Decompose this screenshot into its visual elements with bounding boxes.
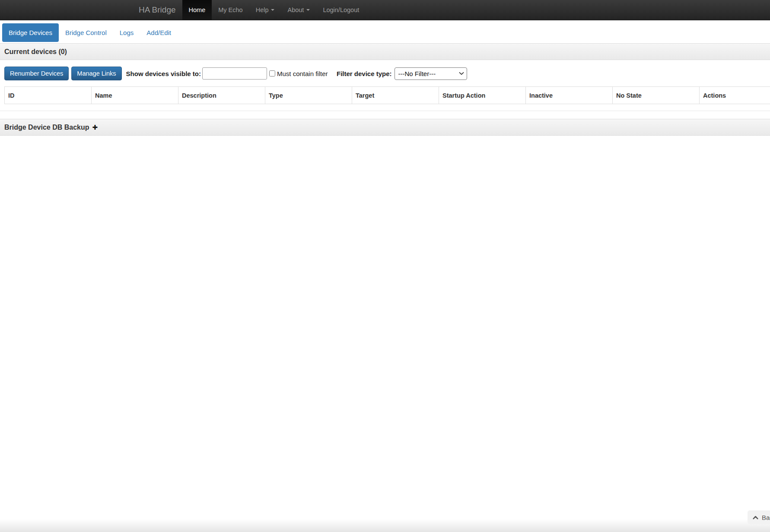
- column-header-no-state: No State: [613, 87, 700, 104]
- section-divider: [0, 111, 770, 111]
- nav-label-help: Help: [256, 6, 269, 13]
- renumber-devices-button[interactable]: Renumber Devices: [4, 67, 69, 80]
- back-to-top-button[interactable]: Bac: [748, 510, 770, 524]
- tab-logs[interactable]: Logs: [113, 23, 140, 42]
- device-type-select[interactable]: ---No Filter---: [395, 67, 467, 80]
- bottom-page-shadow: [0, 519, 770, 532]
- nav-link-home[interactable]: Home: [182, 0, 212, 20]
- type-filter-group: Filter device type: ---No Filter---: [335, 67, 467, 80]
- brand[interactable]: HA Bridge: [132, 0, 182, 20]
- nav-link-my-echo[interactable]: My Echo: [212, 0, 249, 20]
- column-header-actions: Actions: [700, 87, 770, 104]
- back-to-top-label: Bac: [762, 514, 770, 521]
- must-contain-checkbox[interactable]: [269, 70, 275, 76]
- top-navbar: HA Bridge Home My Echo Help About: [0, 0, 770, 20]
- navbar-container: HA Bridge Home My Echo Help About: [132, 0, 638, 20]
- column-header-id: ID: [5, 87, 92, 104]
- must-contain-label: Must contain filter: [277, 70, 328, 77]
- devices-table: ID Name Description Type Target Startup …: [4, 86, 770, 104]
- nav-link-help[interactable]: Help: [249, 0, 281, 20]
- devices-table-header-row: ID Name Description Type Target Startup …: [5, 87, 770, 104]
- navbar-menu: Home My Echo Help About Login/Logout: [182, 0, 366, 20]
- type-filter-label: Filter device type:: [337, 70, 392, 77]
- tab-bridge-devices[interactable]: Bridge Devices: [2, 23, 59, 42]
- chevron-up-icon: [753, 516, 758, 519]
- nav-link-login-logout[interactable]: Login/Logout: [316, 0, 366, 20]
- column-header-name: Name: [92, 87, 178, 104]
- type-filter-select-wrap: ---No Filter---: [395, 67, 467, 80]
- tab-bridge-control[interactable]: Bridge Control: [59, 23, 113, 42]
- nav-item-my-echo[interactable]: My Echo: [212, 0, 249, 20]
- column-header-target: Target: [352, 87, 439, 104]
- caret-down-icon: [271, 9, 274, 11]
- caret-down-icon: [306, 9, 310, 11]
- db-backup-heading: Bridge Device DB Backup ✚: [0, 119, 770, 136]
- device-controls-row: Renumber Devices Manage Links Show devic…: [4, 67, 770, 80]
- tab-add-edit[interactable]: Add/Edit: [140, 23, 178, 42]
- nav-link-about[interactable]: About: [281, 0, 316, 20]
- manage-links-button[interactable]: Manage Links: [71, 67, 121, 80]
- current-devices-title: Current devices (0): [4, 48, 67, 56]
- visible-filter-input[interactable]: [202, 67, 267, 80]
- nav-item-about[interactable]: About: [281, 0, 316, 20]
- nav-item-login-logout[interactable]: Login/Logout: [316, 0, 366, 20]
- tab-bar: Bridge Devices Bridge Control Logs Add/E…: [2, 23, 770, 42]
- db-backup-title: Bridge Device DB Backup: [4, 124, 89, 131]
- nav-item-home[interactable]: Home: [182, 0, 212, 20]
- nav-item-help[interactable]: Help: [249, 0, 281, 20]
- plus-icon[interactable]: ✚: [92, 124, 98, 131]
- nav-label-about: About: [287, 6, 304, 13]
- visible-filter-label: Show devices visible to:: [126, 70, 201, 77]
- column-header-startup-action: Startup Action: [439, 87, 526, 104]
- column-header-type: Type: [265, 87, 352, 104]
- must-contain-filter: Must contain filter: [269, 70, 328, 77]
- column-header-description: Description: [178, 87, 265, 104]
- current-devices-heading: Current devices (0): [0, 43, 770, 60]
- column-header-inactive: Inactive: [526, 87, 613, 104]
